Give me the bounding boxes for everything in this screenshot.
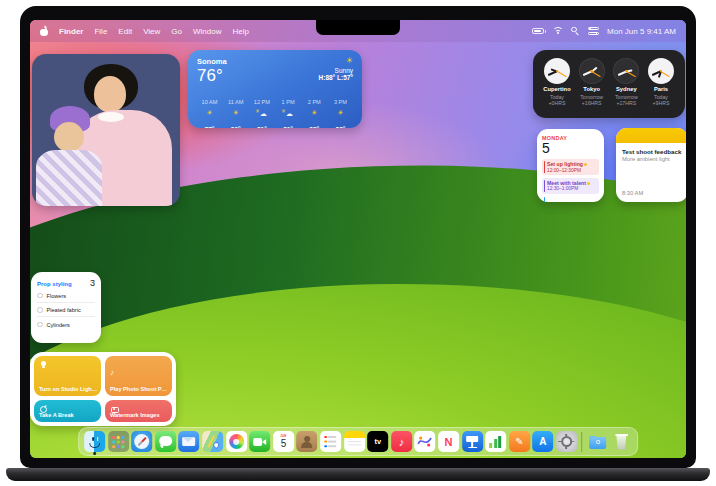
dock-safari-icon[interactable]	[131, 431, 152, 452]
menu-window[interactable]: Window	[193, 27, 221, 36]
reminders-widget[interactable]: Prop styling 3 Flowers Pleated fabric Cy…	[31, 272, 101, 343]
freeform-squiggle	[416, 433, 433, 450]
dock-pages-icon[interactable]: ✎	[509, 431, 530, 452]
photo-child-face	[54, 122, 84, 152]
dock-downloads-folder-icon[interactable]	[587, 431, 608, 452]
clock-face	[613, 58, 639, 84]
dock-freeform-icon[interactable]	[414, 431, 435, 452]
dock-calendar-icon[interactable]: JUN 5	[273, 431, 294, 452]
dock-numbers-icon[interactable]	[485, 431, 506, 452]
weather-location: Sonoma	[197, 57, 227, 66]
hour-forecast: 12 PM ☀☁ 81°	[249, 90, 274, 128]
dock-mail-icon[interactable]	[179, 431, 200, 452]
note-body-text: More ambient light	[622, 156, 682, 164]
dock-notes-icon[interactable]	[344, 431, 365, 452]
menu-help[interactable]: Help	[232, 27, 248, 36]
tv-glyph: tv	[367, 431, 388, 452]
menu-app-name[interactable]: Finder	[59, 27, 83, 36]
hour-forecast: 11 AM ☀ 80°	[223, 90, 248, 128]
photos-widget[interactable]	[32, 54, 180, 206]
dock-reminders-icon[interactable]	[320, 431, 341, 452]
calendar-widget[interactable]: MONDAY 5 Set up lighting 12:00–12:30PM M…	[537, 129, 604, 202]
shortcuts-widget: Turn on Studio Ligh… ♪ Play Photo Shoot …	[30, 352, 176, 426]
world-clock-widget[interactable]: Cupertino Today +0HRS Tokyo Tomorrow +16…	[533, 50, 685, 118]
dock-music-icon[interactable]: ♪	[391, 431, 412, 452]
control-center-icon[interactable]	[588, 27, 599, 35]
dock-finder-icon[interactable]	[84, 431, 105, 452]
dock-launchpad-icon[interactable]	[108, 431, 129, 452]
clock-face	[648, 58, 674, 84]
dock-maps-icon[interactable]	[202, 431, 223, 452]
wifi-icon[interactable]	[552, 27, 563, 35]
photo-child-body	[36, 150, 102, 206]
cloud-sun-icon: ☀☁	[276, 108, 301, 118]
star-emoji	[587, 182, 590, 185]
calendar-more-events[interactable]: 1 more event	[542, 196, 599, 202]
clock-paris: Paris Today +9HRS	[644, 58, 678, 107]
dock: JUN 5 tv ♪	[78, 427, 638, 456]
weather-hourly-row: 10 AM ☀ 77° 11 AM ☀ 80° 12 PM ☀☁ 81°	[197, 90, 353, 128]
macbook-base	[6, 468, 710, 481]
macbook-frame: Finder File Edit View Go Window Help Mon…	[20, 6, 696, 468]
hour-forecast: 1 PM ☀☁ 81°	[276, 90, 301, 128]
note-title: Test shoot feedback	[622, 148, 682, 156]
clock-face	[579, 58, 605, 84]
shortcut-take-a-break[interactable]: Take A Break	[34, 400, 101, 422]
checkbox-circle-icon[interactable]	[37, 307, 43, 313]
music-note-icon: ♪	[110, 368, 114, 377]
dock-messages-icon[interactable]	[155, 431, 176, 452]
shortcut-watermark-images[interactable]: Watermark Images	[105, 400, 172, 422]
dock-contacts-icon[interactable]	[297, 431, 318, 452]
notes-widget[interactable]: Test shoot feedback More ambient light 8…	[616, 128, 686, 202]
clock-tokyo: Tokyo Tomorrow +16HRS	[575, 58, 609, 107]
hour-forecast: 2 PM ☀ 85°	[302, 90, 327, 128]
menu-go[interactable]: Go	[171, 27, 182, 36]
reminders-count: 3	[90, 278, 95, 288]
apple-menu-icon[interactable]	[40, 27, 48, 36]
reminder-item[interactable]: Flowers	[37, 288, 95, 303]
checkbox-circle-icon[interactable]	[37, 293, 43, 299]
dock-appletv-icon[interactable]: tv	[367, 431, 388, 452]
checkbox-circle-icon[interactable]	[37, 322, 43, 328]
reminder-item[interactable]: Pleated fabric	[37, 303, 95, 318]
dock-appstore-icon[interactable]: A	[532, 431, 553, 452]
shortcut-studio-light[interactable]: Turn on Studio Ligh…	[34, 356, 101, 396]
battery-icon[interactable]	[532, 28, 544, 34]
dock-settings-icon[interactable]	[556, 431, 577, 452]
spotlight-icon[interactable]	[571, 27, 580, 36]
calendar-day-number: 5	[273, 431, 294, 452]
menu-clock[interactable]: Mon Jun 5 9:41 AM	[607, 27, 676, 36]
dock-facetime-icon[interactable]	[249, 431, 270, 452]
reminders-list-name: Prop styling	[37, 281, 72, 287]
clock-cupertino: Cupertino Today +0HRS	[540, 58, 574, 107]
dock-separator	[582, 432, 583, 452]
dock-news-icon[interactable]: N	[438, 431, 459, 452]
menu-edit[interactable]: Edit	[118, 27, 132, 36]
appstore-glyph: A	[532, 431, 553, 452]
cloud-sun-icon: ☀☁	[249, 108, 274, 118]
dock-trash-icon[interactable]	[611, 431, 632, 452]
shortcut-play-playlist[interactable]: ♪ Play Photo Shoot P…	[105, 356, 172, 396]
weather-high-low: H:88° L:57°	[319, 74, 353, 81]
hour-forecast: 3 PM ☀ 88°	[328, 90, 353, 128]
finder-running-indicator	[93, 452, 95, 454]
dock-photos-icon[interactable]	[226, 431, 247, 452]
calendar-event[interactable]: Meet with talent 12:30–1:00PM	[542, 178, 599, 194]
photo-adult-collar	[98, 112, 124, 122]
reminder-item[interactable]: Cylinders	[37, 317, 95, 331]
note-time: 8:30 AM	[622, 190, 643, 196]
calendar-event[interactable]: Set up lighting 12:00–12:30PM	[542, 159, 599, 175]
calendar-day: 5	[542, 141, 599, 156]
sun-icon: ☀	[197, 108, 222, 118]
clock-face	[544, 58, 570, 84]
menu-view[interactable]: View	[143, 27, 160, 36]
menu-file[interactable]: File	[94, 27, 107, 36]
dock-keynote-icon[interactable]	[462, 431, 483, 452]
weather-widget[interactable]: Sonoma 76° ☀ Sunny H:88° L:57° 10 AM ☀ 7…	[188, 50, 362, 128]
camera-notch	[316, 20, 400, 35]
weather-condition: Sunny	[319, 67, 353, 74]
page: Finder File Edit View Go Window Help Mon…	[0, 0, 716, 486]
clock-sydney: Sydney Tomorrow +17HRS	[609, 58, 643, 107]
sun-icon: ☀	[319, 57, 353, 65]
photo-adult-face	[94, 76, 126, 112]
